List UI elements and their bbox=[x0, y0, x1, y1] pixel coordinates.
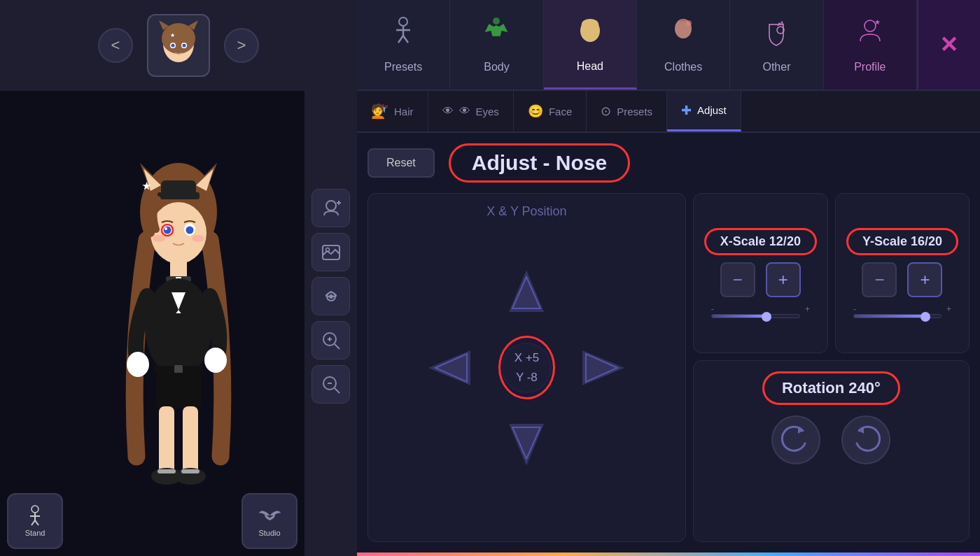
y-scale-controls: − + bbox=[862, 262, 942, 297]
svg-rect-16 bbox=[161, 180, 196, 196]
svg-point-58 bbox=[31, 506, 38, 513]
sub-tab-face-label: Face bbox=[549, 106, 572, 117]
stand-button[interactable]: Stand bbox=[7, 493, 63, 549]
x-scale-label: X-Scale 12/20 bbox=[704, 228, 817, 255]
x-scale-panel: X-Scale 12/20 − + - + bbox=[693, 193, 828, 353]
content-header: Reset Adjust - Nose bbox=[368, 143, 969, 183]
tab-head-label: Head bbox=[577, 60, 603, 73]
y-value: Y -8 bbox=[514, 368, 539, 387]
sub-navigation: 💇 Hair 👁 👁 Eyes 😊 Face ⊙ Presets ✚ Adjus… bbox=[357, 91, 980, 133]
profile-icon: ★ bbox=[856, 16, 884, 55]
sub-tab-presets[interactable]: ⊙ Presets bbox=[587, 91, 667, 131]
y-scale-minus-button[interactable]: − bbox=[862, 262, 897, 297]
svg-point-21 bbox=[186, 226, 194, 234]
sub-tab-adjust[interactable]: ✚ Adjust bbox=[667, 91, 741, 131]
sub-tab-hair-label: Hair bbox=[394, 106, 414, 117]
body-icon bbox=[482, 16, 510, 55]
sub-tab-hair[interactable]: 💇 Hair bbox=[357, 91, 428, 131]
svg-point-63 bbox=[399, 17, 407, 26]
x-value: X +5 bbox=[514, 348, 539, 367]
svg-text:★: ★ bbox=[170, 32, 175, 38]
svg-point-22 bbox=[164, 227, 167, 230]
right-panel: Presets Body Head bbox=[357, 0, 980, 556]
adjust-icon: ✚ bbox=[681, 103, 692, 118]
background-button[interactable] bbox=[312, 233, 350, 271]
svg-text:★: ★ bbox=[874, 18, 881, 26]
presets-icon bbox=[389, 16, 417, 55]
character-sprite: ★ bbox=[80, 142, 276, 506]
tab-body[interactable]: Body bbox=[450, 0, 543, 90]
rotate-cw-button[interactable] bbox=[841, 415, 890, 464]
svg-rect-39 bbox=[183, 406, 198, 476]
sub-tab-eyes-label: Eyes bbox=[476, 106, 499, 117]
x-scale-plus-label: + bbox=[805, 304, 810, 314]
svg-point-37 bbox=[204, 348, 227, 373]
tab-other[interactable]: Other bbox=[730, 0, 823, 90]
x-scale-slider-container: - + bbox=[704, 304, 817, 318]
reset-button[interactable]: Reset bbox=[368, 148, 435, 178]
svg-rect-70 bbox=[584, 33, 596, 38]
head-icon bbox=[576, 15, 604, 55]
x-scale-plus-button[interactable]: + bbox=[766, 262, 801, 297]
svg-line-54 bbox=[335, 344, 340, 349]
x-scale-slider-fill bbox=[712, 315, 764, 318]
adjust-title: Adjust - Nose bbox=[449, 143, 630, 183]
svg-point-17 bbox=[150, 202, 206, 264]
top-navigation: Presets Body Head bbox=[357, 0, 980, 91]
x-scale-slider-labels: - + bbox=[711, 304, 810, 314]
svg-point-5 bbox=[183, 44, 186, 48]
svg-point-72 bbox=[686, 20, 692, 26]
clothes-icon bbox=[669, 16, 697, 55]
x-scale-controls: − + bbox=[720, 262, 801, 297]
studio-button[interactable]: Studio bbox=[241, 493, 298, 549]
nav-next-button[interactable]: > bbox=[224, 28, 259, 63]
tab-body-label: Body bbox=[484, 61, 509, 73]
y-scale-label: Y-Scale 16/20 bbox=[846, 228, 958, 255]
nav-prev-button[interactable]: < bbox=[98, 28, 133, 63]
y-scale-plus-button[interactable]: + bbox=[907, 262, 942, 297]
y-scale-slider-thumb[interactable] bbox=[920, 312, 930, 322]
character-area: ★ bbox=[0, 91, 357, 556]
close-icon: ✕ bbox=[939, 31, 958, 58]
tab-profile[interactable]: ★ Profile bbox=[824, 0, 917, 90]
sub-tab-eyes[interactable]: 👁 👁 Eyes bbox=[428, 91, 514, 131]
svg-point-68 bbox=[493, 17, 500, 24]
svg-rect-26 bbox=[170, 261, 187, 278]
side-toolbar bbox=[304, 91, 357, 556]
x-scale-minus-label: - bbox=[711, 304, 714, 314]
svg-point-20 bbox=[164, 226, 172, 234]
rotate-ccw-button[interactable] bbox=[771, 415, 820, 464]
y-scale-minus-label: - bbox=[853, 304, 856, 314]
svg-point-36 bbox=[127, 352, 149, 377]
tab-clothes[interactable]: Clothes bbox=[637, 0, 730, 90]
top-bar: < ★ > bbox=[0, 0, 357, 91]
eyes-icon-right: 👁 bbox=[459, 105, 470, 117]
rotation-panel: Rotation 240° bbox=[693, 360, 969, 543]
sub-tab-presets-label: Presets bbox=[617, 106, 652, 117]
zoom-out-button[interactable] bbox=[312, 365, 350, 404]
x-scale-slider-track[interactable] bbox=[711, 314, 800, 318]
y-scale-slider-fill bbox=[854, 315, 923, 318]
y-scale-panel: Y-Scale 16/20 − + - + bbox=[835, 193, 969, 353]
xy-panel-title: X & Y Position bbox=[486, 204, 566, 219]
visibility-button[interactable] bbox=[312, 277, 350, 315]
svg-point-25 bbox=[192, 235, 204, 242]
sub-tab-adjust-label: Adjust bbox=[697, 104, 727, 116]
x-scale-minus-button[interactable]: − bbox=[720, 262, 755, 297]
svg-rect-34 bbox=[174, 365, 183, 373]
bottom-gradient-bar bbox=[357, 553, 980, 556]
tab-head[interactable]: Head bbox=[544, 0, 637, 90]
svg-point-44 bbox=[326, 201, 336, 211]
add-character-button[interactable] bbox=[312, 189, 350, 227]
close-button[interactable]: ✕ bbox=[917, 0, 980, 90]
sub-tab-face[interactable]: 😊 Face bbox=[514, 91, 587, 131]
svg-point-4 bbox=[172, 44, 175, 48]
y-scale-slider-track[interactable] bbox=[853, 314, 941, 318]
svg-rect-43 bbox=[181, 469, 200, 473]
zoom-in-button[interactable] bbox=[312, 321, 350, 359]
tab-presets[interactable]: Presets bbox=[357, 0, 450, 90]
dpad-container: X +5 Y -8 bbox=[421, 263, 631, 473]
presets-sub-icon: ⊙ bbox=[601, 104, 611, 119]
rotation-label: Rotation 240° bbox=[762, 371, 900, 405]
x-scale-slider-thumb[interactable] bbox=[762, 312, 771, 322]
